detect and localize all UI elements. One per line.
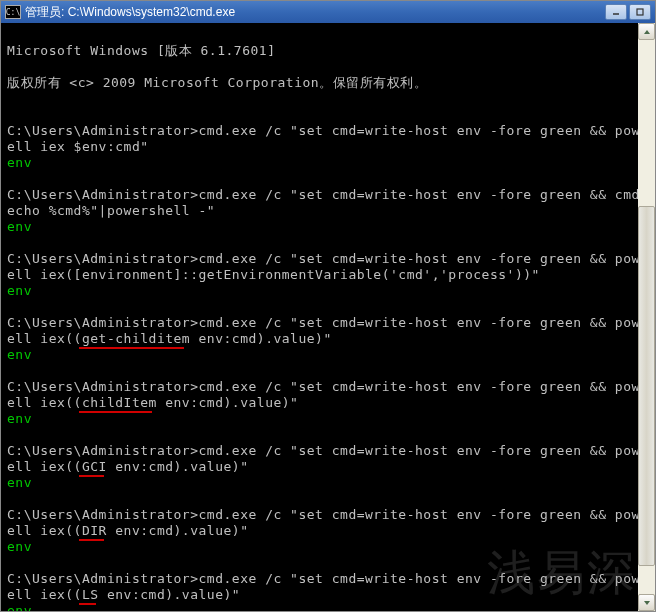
- scroll-track[interactable]: [638, 40, 655, 594]
- env-output: env: [7, 219, 649, 235]
- vertical-scrollbar[interactable]: [638, 23, 655, 611]
- red-underline-icon: [79, 603, 96, 605]
- env-output: env: [7, 283, 649, 299]
- cmd-line: C:\Users\Administrator>cmd.exe /c "set c…: [7, 507, 649, 523]
- cmd-line: ell iex((LS env:cmd).value)": [7, 587, 649, 603]
- terminal-area[interactable]: Microsoft Windows [版本 6.1.7601] 版权所有 <c>…: [1, 23, 655, 612]
- blank-line: [7, 363, 649, 379]
- window-title: 管理员: C:\Windows\system32\cmd.exe: [25, 4, 605, 21]
- cmd-line: ell iex((GCI env:cmd).value)": [7, 459, 649, 475]
- blank-line: [7, 299, 649, 315]
- window-buttons: [605, 4, 651, 20]
- cmd-line: C:\Users\Administrator>cmd.exe /c "set c…: [7, 251, 649, 267]
- cmd-icon: C:\: [5, 5, 21, 19]
- blank-line: [7, 491, 649, 507]
- svg-rect-1: [637, 9, 643, 15]
- env-output: env: [7, 539, 649, 555]
- blank-line: [7, 555, 649, 571]
- cmd-line: echo %cmd%"|powershell -": [7, 203, 649, 219]
- red-underline-icon: [79, 539, 104, 541]
- env-output: env: [7, 603, 649, 612]
- scroll-thumb[interactable]: [638, 206, 655, 566]
- blank-line: [7, 107, 649, 123]
- env-output: env: [7, 347, 649, 363]
- red-underline-icon: [79, 475, 104, 477]
- red-underline-icon: [79, 411, 152, 413]
- cmd-line: C:\Users\Administrator>cmd.exe /c "set c…: [7, 187, 649, 203]
- cmd-line: ell iex([environment]::getEnvironmentVar…: [7, 267, 649, 283]
- env-output: env: [7, 411, 649, 427]
- cmd-line: ell iex((DIR env:cmd).value)": [7, 523, 649, 539]
- blank-line: [7, 427, 649, 443]
- blank-line: [7, 171, 649, 187]
- scroll-down-arrow-icon[interactable]: [638, 594, 655, 611]
- cmd-line: C:\Users\Administrator>cmd.exe /c "set c…: [7, 315, 649, 331]
- red-underline-icon: [79, 347, 184, 349]
- header-line: Microsoft Windows [版本 6.1.7601]: [7, 43, 649, 59]
- svg-marker-3: [644, 601, 650, 605]
- cmd-line: ell iex $env:cmd": [7, 139, 649, 155]
- env-output: env: [7, 475, 649, 491]
- cmd-line: ell iex((childItem env:cmd).value)": [7, 395, 649, 411]
- blank-line: [7, 235, 649, 251]
- maximize-button[interactable]: [629, 4, 651, 20]
- cmd-line: C:\Users\Administrator>cmd.exe /c "set c…: [7, 571, 649, 587]
- env-output: env: [7, 155, 649, 171]
- cmd-line: ell iex((get-childitem env:cmd).value)": [7, 331, 649, 347]
- minimize-button[interactable]: [605, 4, 627, 20]
- scroll-up-arrow-icon[interactable]: [638, 23, 655, 40]
- window-titlebar: C:\ 管理员: C:\Windows\system32\cmd.exe: [1, 1, 655, 23]
- copyright-line: 版权所有 <c> 2009 Microsoft Corporation。保留所有…: [7, 75, 649, 91]
- svg-marker-2: [644, 30, 650, 34]
- cmd-line: C:\Users\Administrator>cmd.exe /c "set c…: [7, 123, 649, 139]
- cmd-line: C:\Users\Administrator>cmd.exe /c "set c…: [7, 443, 649, 459]
- cmd-line: C:\Users\Administrator>cmd.exe /c "set c…: [7, 379, 649, 395]
